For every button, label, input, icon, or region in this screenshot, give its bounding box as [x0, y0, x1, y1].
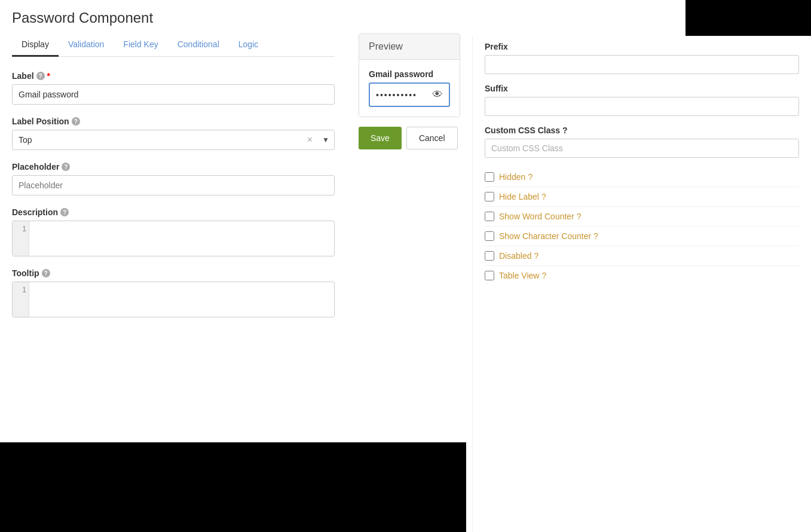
hide-label-label[interactable]: Hide Label ? — [499, 192, 546, 201]
tab-conditional[interactable]: Conditional — [168, 33, 229, 57]
label-position-text: Label Position — [12, 117, 69, 126]
disabled-checkbox[interactable] — [485, 251, 494, 261]
save-button[interactable]: Save — [359, 127, 402, 149]
table-view-checkbox[interactable] — [485, 271, 494, 280]
preview-body: Gmail password •••••••••• 👁 — [359, 60, 460, 117]
custom-css-input[interactable] — [485, 139, 799, 158]
label-position-group: Label Position ? Top × ▼ — [12, 117, 335, 150]
label-input[interactable] — [12, 84, 335, 105]
tooltip-field-group: Tooltip ? 1 — [12, 268, 335, 317]
label-position-value: Top — [13, 130, 302, 149]
overlay-top-right — [685, 0, 811, 36]
preview-password-wrapper: •••••••••• 👁 — [369, 82, 450, 107]
overlay-bottom — [0, 442, 466, 532]
suffix-input[interactable] — [485, 97, 799, 116]
preview-password-dots: •••••••••• — [376, 90, 432, 100]
suffix-group: Suffix — [485, 84, 799, 116]
label-position-select[interactable]: Top × ▼ — [12, 130, 335, 150]
preview-header: Preview — [359, 34, 460, 60]
clear-icon[interactable]: × — [302, 134, 317, 145]
tooltip-content[interactable] — [29, 282, 334, 317]
required-star: * — [47, 71, 50, 81]
table-view-help-icon: ? — [541, 271, 546, 280]
custom-css-text: Custom CSS Class — [485, 126, 560, 135]
tab-logic[interactable]: Logic — [229, 33, 268, 57]
cancel-button[interactable]: Cancel — [406, 127, 458, 149]
hidden-label[interactable]: Hidden ? — [499, 172, 532, 182]
label-field-label: Label ? * — [12, 71, 335, 81]
placeholder-input[interactable] — [12, 175, 335, 195]
disabled-help-icon: ? — [534, 251, 538, 261]
hide-label-help-icon: ? — [541, 192, 546, 201]
hidden-checkbox[interactable] — [485, 172, 494, 182]
tab-display[interactable]: Display — [12, 33, 59, 57]
label-field-group: Label ? * — [12, 71, 335, 105]
label-position-label: Label Position ? — [12, 117, 335, 126]
description-help-icon: ? — [60, 208, 69, 216]
tooltip-textarea[interactable]: 1 — [12, 282, 335, 317]
tabs: Display Validation Field Key Conditional… — [12, 33, 335, 57]
show-character-counter-checkbox[interactable] — [485, 231, 494, 241]
description-content[interactable] — [29, 221, 334, 256]
hide-label-checkbox[interactable] — [485, 192, 494, 201]
tab-validation[interactable]: Validation — [59, 33, 114, 57]
show-character-counter-label[interactable]: Show Character Counter ? — [499, 231, 598, 241]
custom-css-help-icon: ? — [562, 126, 568, 135]
eye-icon[interactable]: 👁 — [432, 88, 443, 101]
hidden-help-icon: ? — [528, 172, 532, 182]
suffix-text: Suffix — [485, 84, 508, 93]
show-char-counter-help-icon: ? — [593, 231, 598, 241]
prefix-input[interactable] — [485, 55, 799, 74]
custom-css-group: Custom CSS Class ? — [485, 126, 799, 158]
prefix-label: Prefix — [485, 42, 799, 51]
tooltip-label: Tooltip ? — [12, 268, 335, 278]
preview-field-label: Gmail password — [369, 69, 450, 79]
tooltip-text: Tooltip — [12, 268, 39, 278]
description-line-numbers: 1 — [13, 221, 29, 256]
placeholder-text: Placeholder — [12, 162, 59, 172]
placeholder-label: Placeholder ? — [12, 162, 335, 172]
show-word-counter-checkbox-group: Show Word Counter ? — [485, 207, 799, 227]
description-label: Description ? — [12, 207, 335, 217]
show-word-counter-checkbox[interactable] — [485, 212, 494, 221]
placeholder-field-group: Placeholder ? — [12, 162, 335, 195]
disabled-label[interactable]: Disabled ? — [499, 251, 538, 261]
label-position-help-icon: ? — [72, 117, 80, 126]
disabled-checkbox-group: Disabled ? — [485, 246, 799, 266]
label-help-icon: ? — [36, 72, 45, 80]
show-word-counter-help-icon: ? — [577, 212, 582, 221]
label-text: Label — [12, 71, 34, 81]
placeholder-help-icon: ? — [62, 163, 70, 171]
suffix-label: Suffix — [485, 84, 799, 93]
table-view-label[interactable]: Table View ? — [499, 271, 546, 280]
actions-row: Save Cancel — [353, 117, 472, 149]
hidden-checkbox-group: Hidden ? — [485, 167, 799, 187]
prefix-group: Prefix — [485, 42, 799, 74]
prefix-text: Prefix — [485, 42, 508, 51]
tooltip-help-icon: ? — [42, 269, 50, 277]
description-text: Description — [12, 207, 58, 217]
show-word-counter-label[interactable]: Show Word Counter ? — [499, 212, 582, 221]
table-view-checkbox-group: Table View ? — [485, 266, 799, 285]
settings-panel: Prefix Suffix Custom CSS Class ? Hidden … — [472, 36, 811, 532]
checkboxes-container: Hidden ? Hide Label ? Show Word Counter … — [485, 167, 799, 285]
preview-section: Preview Gmail password •••••••••• 👁 — [359, 33, 460, 117]
hide-label-checkbox-group: Hide Label ? — [485, 187, 799, 207]
tooltip-line-numbers: 1 — [13, 282, 29, 317]
custom-css-label: Custom CSS Class ? — [485, 126, 799, 135]
chevron-down-icon[interactable]: ▼ — [317, 136, 334, 144]
description-field-group: Description ? 1 — [12, 207, 335, 256]
description-textarea[interactable]: 1 — [12, 221, 335, 256]
tab-field-key[interactable]: Field Key — [114, 33, 167, 57]
show-char-counter-checkbox-group: Show Character Counter ? — [485, 227, 799, 246]
